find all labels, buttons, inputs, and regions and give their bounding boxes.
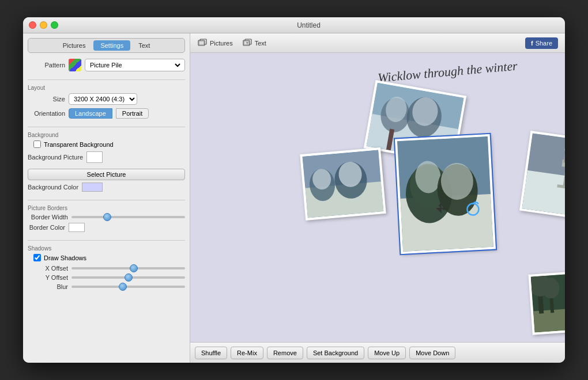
size-label: Size [28,96,65,102]
pattern-icon [69,59,81,71]
x-offset-label: X Offset [28,265,68,272]
transparent-bg-checkbox[interactable] [33,140,41,148]
bottom-toolbar: Shuffle Re-Mix Remove Set Background Mov… [190,342,565,363]
pattern-label: Pattern [28,62,65,69]
main-window: Untitled Pictures Settings Text Pattern … [23,17,565,363]
y-offset-slider[interactable] [71,276,185,279]
border-width-slider[interactable] [71,216,185,218]
picture-borders-label: Picture Borders [28,205,185,211]
text-toolbar-icon: T [242,38,252,48]
share-button[interactable]: f Share [525,37,558,49]
title-bar: Untitled [23,17,565,33]
minimize-button[interactable] [40,21,47,29]
facebook-icon: f [531,40,533,47]
bg-picture-label: Background Picture [28,154,83,161]
bg-color-swatch[interactable] [82,183,103,192]
blur-slider[interactable] [71,286,185,288]
shadows-label: Shadows [28,245,185,252]
pattern-select[interactable]: Picture Pile [85,59,185,71]
close-button[interactable] [29,21,36,29]
photo-image-5 [531,272,565,333]
blur-label: Blur [28,283,68,290]
border-width-row: Border Width [28,214,185,221]
pattern-row: Pattern Picture Pile [28,59,185,71]
move-up-button[interactable]: Move Up [368,347,406,359]
window-title: Untitled [58,21,559,29]
remove-button[interactable]: Remove [267,347,303,359]
divider-1 [28,79,185,80]
svg-rect-30 [522,170,565,221]
photo-image-2 [303,150,384,218]
pictures-toolbar-icon [197,38,208,48]
transparent-bg-row: Transparent Background [28,140,185,148]
maximize-button[interactable] [51,21,58,29]
right-panel: Pictures T Text f Share [190,33,565,363]
tab-text[interactable]: Text [131,40,157,51]
move-down-button[interactable]: Move Down [409,347,455,359]
tab-pictures[interactable]: Pictures [56,40,93,51]
text-toolbar-label: Text [255,40,266,47]
divider-3 [28,200,185,200]
draw-shadows-checkbox[interactable] [33,254,41,261]
photo-item-3[interactable] [395,134,496,254]
pattern-dropdown[interactable]: Picture Pile [88,61,182,69]
canvas-area: Wicklow through the winter [190,53,565,342]
y-offset-row: Y Offset [28,274,185,281]
photo-item-5[interactable] [529,269,565,335]
size-select[interactable]: 3200 X 2400 (4:3) [69,93,137,105]
photo-image-3 [397,136,493,252]
photo-item-2[interactable] [300,147,386,221]
svg-rect-2 [199,41,204,45]
set-background-button[interactable]: Set Background [307,347,364,359]
bg-picture-swatch [86,151,103,163]
draw-shadows-row: Draw Shadows [28,254,185,261]
blur-row: Blur [28,283,185,290]
photo-item-4[interactable] [519,131,565,223]
border-color-row: Border Color [28,223,185,232]
remix-button[interactable]: Re-Mix [231,347,263,359]
x-offset-row: X Offset [28,265,185,272]
size-row: Size 3200 X 2400 (4:3) [28,93,185,105]
svg-text:T: T [246,41,248,45]
draw-shadows-label: Draw Shadows [44,254,86,261]
right-toolbar: Pictures T Text f Share [190,33,565,53]
photo-image-4 [522,133,565,220]
shuffle-button[interactable]: Shuffle [195,347,227,359]
border-width-label: Border Width [28,214,68,221]
x-offset-slider[interactable] [71,267,185,269]
toolbar-pictures[interactable]: Pictures [197,38,233,48]
border-color-swatch[interactable] [69,223,85,232]
landscape-button[interactable]: Landscape [69,108,112,119]
tab-settings[interactable]: Settings [93,40,130,51]
transparent-bg-label: Transparent Background [44,141,114,148]
layout-label: Layout [28,85,185,91]
content-area: Pictures Settings Text Pattern Picture P… [23,33,565,363]
bg-picture-row: Background Picture [28,151,185,163]
divider-4 [28,240,185,241]
border-color-label: Border Color [28,224,65,231]
left-tab-bar: Pictures Settings Text [28,38,185,53]
bg-color-label: Background Color [28,184,78,191]
orientation-label: Orientation [28,110,65,117]
left-panel: Pictures Settings Text Pattern Picture P… [23,33,190,363]
pictures-toolbar-label: Pictures [210,40,233,47]
orientation-row: Orientation Landscape Portrait [28,108,185,119]
toolbar-text[interactable]: T Text [242,38,266,48]
window-controls [29,21,58,29]
select-picture-button[interactable]: Select Picture [28,169,185,180]
canvas-title: Wicklow through the winter [377,58,518,85]
bg-color-row: Background Color [28,183,185,192]
divider-2 [28,127,185,127]
background-label: Background [28,132,185,138]
y-offset-label: Y Offset [28,274,68,281]
portrait-button[interactable]: Portrait [116,108,149,119]
